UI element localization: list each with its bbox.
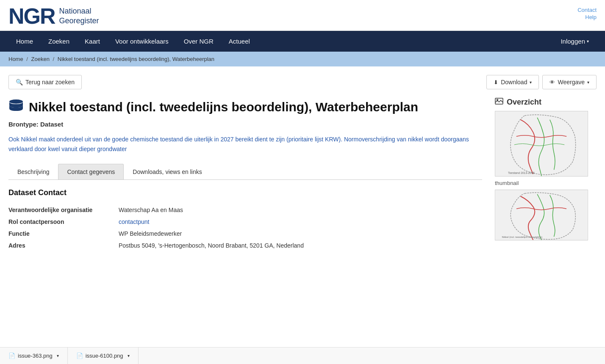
dataset-icon [8,98,24,116]
search-icon: 🔍 [16,79,23,85]
table-row: Verantwoordelijke organisatie Waterschap… [8,204,482,216]
svg-rect-5 [496,190,587,240]
download-icon: ⬇ [494,79,498,85]
svg-text:Nikkel (incl. tweedelijns beoo: Nikkel (incl. tweedelijns beoordeling) [502,236,542,238]
back-button[interactable]: 🔍 Terug naar zoeken [8,75,82,89]
inloggen-dropdown-arrow: ▾ [587,39,589,44]
map-thumbnail-1[interactable]: Toestand 2013-2015 [495,111,588,176]
contact-label-rol: Rol contactpersoon [8,216,119,228]
svg-point-0 [9,99,23,104]
description-text: Ook Nikkel maakt onderdeel uit van de go… [8,135,482,154]
content-sidebar: Overzicht Toestand 2013-2015 [495,98,597,251]
eye-icon: 👁 [549,79,555,85]
table-row: Adres Postbus 5049, 's-Hertogenbosch, No… [8,240,482,251]
image-icon [495,98,503,107]
breadcrumb: Home / Zoeken / Nikkel toestand (incl. t… [0,52,605,66]
content-layout: Nikkel toestand (incl. tweedelijns beoor… [8,98,597,251]
tab-downloads-views-links[interactable]: Downloads, views en links [124,164,211,179]
logo-ngr: NGR [8,5,55,27]
nav-item-kaart[interactable]: Kaart [77,31,108,52]
download-button[interactable]: ⬇ Download ▾ [486,75,539,89]
nav-item-voor-ontwikkelaars[interactable]: Voor ontwikkelaars [108,31,176,52]
weergave-button[interactable]: 👁 Weergave ▾ [542,75,597,89]
logo-text: Nationaal Georegister [59,6,99,26]
svg-text:Toestand 2013-2015: Toestand 2013-2015 [508,171,535,174]
map-thumbnail-2[interactable]: Nikkel (incl. tweedelijns beoordeling) [495,190,588,240]
table-row: Rol contactpersoon contactpunt [8,216,482,228]
table-row: Functie WP Beleidsmedewerker [8,228,482,240]
nav-item-zoeken[interactable]: Zoeken [41,31,77,52]
contact-value-org: Waterschap Aa en Maas [119,204,482,216]
logo-area: NGR Nationaal Georegister [8,5,99,27]
contact-content: Dataset Contact Verantwoordelijke organi… [8,188,482,251]
download-dropdown-arrow: ▾ [530,80,532,85]
page-title: Nikkel toestand (incl. tweedelijns beoor… [8,98,482,116]
breadcrumb-current[interactable]: Nikkel toestand (incl. tweedelijns beoor… [58,56,214,62]
contact-value-adres: Postbus 5049, 's-Hertogenbosch, Noord Br… [119,240,482,251]
main-nav: Home Zoeken Kaart Voor ontwikkelaars Ove… [0,31,605,52]
nav-left: Home Zoeken Kaart Voor ontwikkelaars Ove… [8,31,258,52]
contact-table: Verantwoordelijke organisatie Waterschap… [8,204,482,251]
main-container: 🔍 Terug naar zoeken ⬇ Download ▾ 👁 Weerg… [0,66,605,251]
content-main: Nikkel toestand (incl. tweedelijns beoor… [8,98,482,251]
help-link[interactable]: Help [585,14,597,20]
nav-right: Inloggen ▾ [553,31,597,52]
sidebar-title: Overzicht [495,98,597,107]
contact-value-rol[interactable]: contactpunt [119,216,482,228]
nav-item-actueel[interactable]: Actueel [221,31,258,52]
breadcrumb-zoeken[interactable]: Zoeken [31,56,50,62]
contact-label-org: Verantwoordelijke organisatie [8,204,119,216]
inloggen-button[interactable]: Inloggen ▾ [553,31,597,52]
tab-beschrijving[interactable]: Beschrijving [8,164,58,179]
toolbar-row: 🔍 Terug naar zoeken ⬇ Download ▾ 👁 Weerg… [8,75,597,89]
top-links: Contact Help [577,5,597,20]
tab-contact-gegevens[interactable]: Contact gegevens [58,164,124,179]
nav-item-home[interactable]: Home [8,31,41,52]
brontype-label: Brontype: Dataset [8,121,482,128]
toolbar-right: ⬇ Download ▾ 👁 Weergave ▾ [486,75,597,89]
contact-label-adres: Adres [8,240,119,251]
nav-item-over-ngr[interactable]: Over NGR [176,31,221,52]
contact-section-title: Dataset Contact [8,188,482,197]
contact-label-functie: Functie [8,228,119,240]
contact-value-functie: WP Beleidsmedewerker [119,228,482,240]
breadcrumb-home[interactable]: Home [8,56,23,62]
thumbnail-label: thumbnail [495,180,597,186]
weergave-dropdown-arrow: ▾ [587,80,589,85]
top-bar: NGR Nationaal Georegister Contact Help [0,0,605,31]
svg-point-2 [497,99,498,101]
contact-link[interactable]: Contact [577,7,597,13]
page-title-section: Nikkel toestand (incl. tweedelijns beoor… [8,98,482,128]
svg-rect-3 [495,111,587,176]
tabs: Beschrijving Contact gegevens Downloads,… [8,164,482,180]
